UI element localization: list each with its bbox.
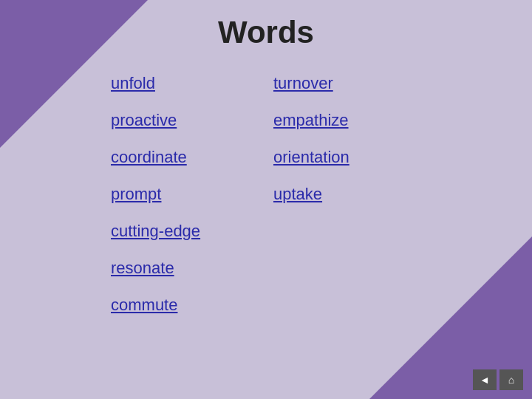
word-unfold[interactable]: unfold	[103, 65, 266, 102]
word-uptake[interactable]: uptake	[266, 176, 429, 213]
word-commute[interactable]: commute	[103, 287, 266, 324]
content-area: Words unfold turnover proactive empathiz…	[0, 0, 532, 399]
words-grid: unfold turnover proactive empathize coor…	[103, 65, 429, 324]
word-coordinate[interactable]: coordinate	[103, 139, 266, 176]
word-proactive[interactable]: proactive	[103, 102, 266, 139]
word-resonate[interactable]: resonate	[103, 250, 266, 287]
word-prompt[interactable]: prompt	[103, 176, 266, 213]
word-empathize[interactable]: empathize	[266, 102, 429, 139]
home-button[interactable]: ⌂	[499, 369, 523, 390]
word-orientation[interactable]: orientation	[266, 139, 429, 176]
back-button[interactable]: ◄	[473, 369, 497, 390]
word-cutting-edge[interactable]: cutting-edge	[103, 213, 266, 250]
nav-buttons: ◄ ⌂	[473, 369, 523, 390]
word-turnover[interactable]: turnover	[266, 65, 429, 102]
page-title: Words	[218, 15, 314, 50]
